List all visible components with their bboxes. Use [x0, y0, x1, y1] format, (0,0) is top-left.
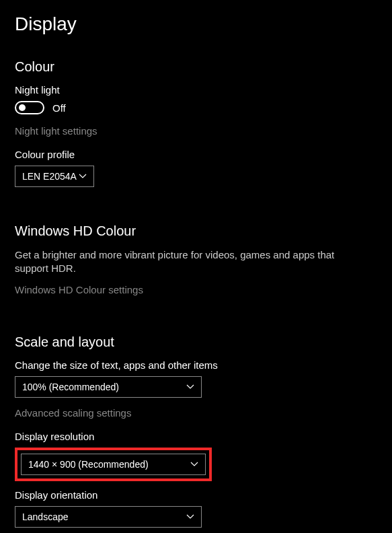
resolution-highlight: 1440 × 900 (Recommended)	[15, 448, 212, 481]
advanced-scaling-link[interactable]: Advanced scaling settings	[15, 407, 377, 419]
chevron-down-icon	[79, 174, 87, 179]
resolution-label: Display resolution	[15, 431, 377, 442]
section-hdcolour-heading: Windows HD Colour	[15, 223, 377, 239]
night-light-label: Night light	[15, 84, 377, 96]
scale-value: 100% (Recommended)	[22, 382, 119, 392]
scale-dropdown[interactable]: 100% (Recommended)	[15, 376, 202, 398]
section-scale-heading: Scale and layout	[15, 334, 377, 350]
orientation-value: Landscape	[22, 511, 69, 522]
night-light-state: Off	[52, 102, 66, 114]
resolution-dropdown[interactable]: 1440 × 900 (Recommended)	[21, 454, 206, 475]
hdcolour-settings-link[interactable]: Windows HD Colour settings	[15, 284, 377, 295]
section-colour-heading: Colour	[15, 59, 377, 75]
colour-profile-dropdown[interactable]: LEN E2054A	[15, 166, 94, 187]
chevron-down-icon	[186, 514, 194, 520]
hdcolour-description: Get a brighter and more vibrant picture …	[15, 248, 338, 276]
orientation-dropdown[interactable]: Landscape	[15, 506, 202, 528]
chevron-down-icon	[190, 462, 198, 467]
colour-profile-label: Colour profile	[15, 149, 377, 160]
toggle-knob	[19, 104, 26, 111]
night-light-settings-link[interactable]: Night light settings	[15, 125, 377, 137]
colour-profile-value: LEN E2054A	[22, 171, 77, 182]
page-title: Display	[15, 13, 377, 35]
scale-label: Change the size of text, apps and other …	[15, 359, 377, 371]
night-light-toggle[interactable]	[15, 101, 44, 114]
chevron-down-icon	[186, 384, 194, 390]
orientation-label: Display orientation	[15, 489, 377, 501]
resolution-value: 1440 × 900 (Recommended)	[28, 459, 149, 470]
